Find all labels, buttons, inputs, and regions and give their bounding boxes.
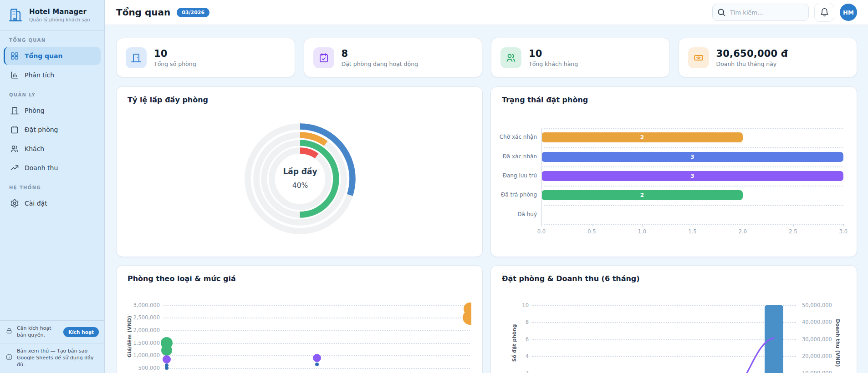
scatter-point-7 (315, 363, 319, 366)
y-tick-label: 2,000,000 (128, 327, 160, 333)
category-label: Đã huỷ (491, 211, 537, 217)
donut-center-value: 40% (292, 181, 308, 190)
stat-card-3: 10Tổng khách hàng (491, 38, 670, 77)
sidebar-item-calendar[interactable]: Đặt phòng (4, 121, 101, 139)
booking-status-bar-chart: Chờ xác nhận2Đã xác nhận3Đang lưu trú3Đã… (491, 87, 857, 257)
license-notice: Cần kích hoạt bản quyền. Kích hoạt (0, 320, 104, 343)
category-label: Đang lưu trú (491, 172, 537, 179)
scatter-point-3 (163, 355, 171, 363)
sidebar-item-label: Phòng (25, 107, 45, 114)
stat-label: Đặt phòng đang hoạt động (342, 60, 419, 67)
stat-value: 8 (342, 48, 419, 59)
stat-label: Tổng số phòng (154, 60, 196, 67)
x-tick-mark (642, 224, 643, 227)
avatar[interactable]: HM (840, 4, 857, 21)
sidebar-item-label: Tổng quan (25, 52, 62, 60)
status-bar-3: 3 (541, 171, 843, 181)
door-icon (126, 47, 147, 68)
sidebar-item-gear[interactable]: Cài đặt (4, 194, 101, 212)
stat-text: 8Đặt phòng đang hoạt động (342, 48, 419, 67)
chart-title-occupancy: Tỷ lệ lấp đầy phòng (128, 96, 208, 104)
x-tick-mark (843, 224, 844, 227)
stat-label: Tổng khách hàng (529, 60, 578, 67)
x-tick-label: 0.0 (532, 228, 551, 235)
sidebar-item-door[interactable]: Phòng (4, 101, 101, 120)
scatter-point-6 (313, 354, 321, 362)
main-content: 10Tổng số phòng8Đặt phòng đang hoạt động… (105, 25, 868, 373)
search-box (712, 4, 809, 21)
scatter-point-9 (463, 310, 471, 325)
month-badge: 03/2026 (177, 8, 209, 17)
row-separator (541, 147, 843, 148)
sidebar: Hotel Manager Quản lý phòng khách sạn TỔ… (0, 0, 105, 373)
license-notice-text: Cần kích hoạt bản quyền. (17, 325, 59, 339)
sidebar-nav: TỔNG QUANTổng quanPhân tíchQUẢN LÝPhòngĐ… (0, 30, 104, 212)
row-separator (541, 186, 843, 186)
nav-section-label: TỔNG QUAN (0, 30, 104, 46)
scatter-point-5 (165, 366, 168, 370)
y-tick-label: 2,500,000 (128, 314, 160, 321)
row-separator (541, 205, 843, 206)
x-tick-mark (541, 224, 542, 227)
y-tick-label: 3,000,000 (128, 302, 160, 308)
info-icon (5, 353, 13, 363)
stat-text: 10Tổng khách hàng (529, 48, 578, 67)
app-title: Hotel Manager (29, 8, 90, 16)
donut-center-label: Lấp đầy (283, 167, 317, 176)
x-tick-label: 3.0 (834, 228, 853, 235)
x-tick-mark (793, 224, 794, 227)
sidebar-item-label: Đặt phòng (25, 126, 58, 133)
app-logo-row: Hotel Manager Quản lý phòng khách sạn (0, 0, 104, 30)
x-tick-label: 1.5 (684, 228, 702, 235)
category-label: Chờ xác nhận (491, 134, 537, 140)
y-gridline (163, 343, 470, 344)
stat-text: 30,650,000 đDoanh thu tháng này (716, 48, 788, 67)
nav-section-label: QUẢN LÝ (0, 85, 104, 101)
stat-card-1: 10Tổng số phòng (116, 38, 295, 77)
notifications-button[interactable] (814, 3, 834, 22)
occupancy-chart-card: Tỷ lệ lấp đầy phòng Lấp đầy 40% (116, 86, 483, 257)
stat-value: 10 (529, 48, 578, 59)
row-separator (541, 166, 843, 167)
y-tick-label: 500,000 (128, 365, 160, 371)
activate-button[interactable]: Kích hoạt (63, 327, 99, 337)
top-header: Tổng quan 03/2026 HM (105, 0, 868, 25)
banknote-icon (688, 47, 709, 68)
x-tick-mark (592, 224, 592, 227)
x-tick-label: 2.0 (734, 228, 752, 235)
door-icon (10, 106, 19, 115)
x-tick-label: 0.5 (583, 228, 601, 235)
sidebar-item-users[interactable]: Khách (4, 140, 101, 158)
analytics-icon (10, 71, 19, 80)
y-gridline (163, 318, 470, 318)
stat-cards-row: 10Tổng số phòng8Đặt phòng đang hoạt động… (116, 38, 857, 77)
sidebar-item-label: Cài đặt (25, 200, 47, 207)
app-window: Hotel Manager Quản lý phòng khách sạn TỔ… (0, 0, 868, 373)
dashboard-icon (10, 51, 19, 60)
y-tick-label: 1,500,000 (128, 340, 160, 346)
search-input[interactable] (712, 4, 809, 21)
status-bar-2: 3 (541, 152, 843, 162)
sidebar-item-label: Phân tích (25, 71, 54, 79)
sidebar-item-label: Khách (25, 145, 44, 152)
search-icon (717, 8, 726, 17)
x-tick-mark (743, 224, 743, 227)
sidebar-item-label: Doanh thu (25, 164, 58, 171)
status-bar-4: 2 (541, 190, 743, 200)
row-separator (541, 128, 843, 129)
stat-text: 10Tổng số phòng (154, 48, 196, 67)
y-tick-label: 1,000,000 (128, 352, 160, 358)
stat-value: 10 (154, 48, 196, 59)
x-tick-label: 2.5 (784, 228, 802, 235)
trial-notice-text: Bản xem thử — Tạo bản sao Google Sheets … (17, 348, 99, 368)
y-gridline (163, 368, 470, 369)
x-tick-mark (693, 224, 693, 227)
sidebar-item-analytics[interactable]: Phân tích (4, 66, 101, 84)
sidebar-item-trend[interactable]: Doanh thu (4, 159, 101, 177)
calendar-icon (10, 125, 19, 134)
y-axis-line (541, 128, 542, 224)
room-price-scatter-chart: 3,000,0002,500,0002,000,0001,500,0001,00… (117, 266, 471, 373)
bookings-revenue-chart-card: Đặt phòng & Doanh thu (6 tháng) 1050,000… (490, 265, 857, 373)
hotel-logo-icon (6, 6, 25, 24)
sidebar-item-dashboard[interactable]: Tổng quan (4, 47, 101, 65)
